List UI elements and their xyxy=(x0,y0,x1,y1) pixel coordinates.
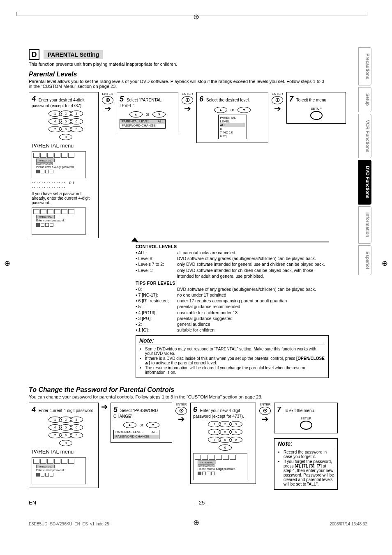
numpad-icon: 123 456 789 0 xyxy=(32,111,96,140)
step-5b: 5 Select “PASSWORD CHANGE”. ▲ or ▼ PAREN… xyxy=(111,403,172,443)
down-button-icon: ▼ xyxy=(152,111,166,117)
menu-password-change: PARENTAL LEVELALL PASSWORD CHANGE xyxy=(113,430,159,439)
section-letter: D xyxy=(29,49,39,60)
register-mark-left: ⊕ xyxy=(4,259,10,268)
eject-icon xyxy=(145,362,149,365)
down-button-icon: ▼ xyxy=(238,107,251,113)
crop-mark-top xyxy=(16,16,367,20)
change-password-intro: You can change your password for parenta… xyxy=(29,394,325,399)
tips-list: • 8:DVD software of any grades (adult/ge… xyxy=(136,286,329,333)
change-password-section: To Change the Password for Parental Cont… xyxy=(29,386,376,490)
numpad-icon: 123 456 789 0 xyxy=(32,417,96,446)
arrow-6-7b: ENTER ⦿ ➔ xyxy=(259,403,271,423)
note-b-item: If you forget the password, press [4], [… xyxy=(284,459,334,486)
step-6a: 6 Select the desired level. ▲ or ▼ PAREN… xyxy=(196,92,268,143)
register-mark-right: ⊕ xyxy=(382,259,388,268)
footer-lang: EN xyxy=(29,500,36,506)
setup-button-icon xyxy=(300,421,312,430)
tips-heading: TIPS FOR LEVELS xyxy=(136,281,329,286)
note-a-item: If there is a DVD disc inside of this un… xyxy=(145,356,325,365)
section-header: D PARENTAL Setting xyxy=(29,49,376,60)
up-button-icon: ▲ xyxy=(214,107,227,113)
setup-button-icon xyxy=(310,111,323,120)
imprint-timestamp: 2008/07/14 16:48:32 xyxy=(330,522,367,526)
enter-button-icon: ⦿ xyxy=(102,96,113,104)
note-b-item: Record the password in case you forget i… xyxy=(284,450,334,459)
section-intro: This function prevents unit from playing… xyxy=(29,62,316,67)
control-levels-section: CONTROL LEVELS • ALL:all parental locks … xyxy=(136,242,329,378)
arrow-4-5b: ➔ xyxy=(102,403,107,411)
enter-button-icon: ⦿ xyxy=(272,96,283,104)
control-levels-list: • ALL:all parental locks are canceled. •… xyxy=(136,250,329,279)
osd-password-3: PARENTAL Enter current password. xyxy=(32,457,86,484)
page: ⊕ ⊕ ⊕ Precautions Setup VCR Functions DV… xyxy=(0,0,392,555)
step-4a-alt-text: If you have set a password already, ente… xyxy=(32,191,96,205)
step-4b: 4 Enter current 4-digit password. 123 45… xyxy=(29,403,99,488)
enter-button-icon: ⦿ xyxy=(182,96,193,104)
or-divider: ·············· or ·············· xyxy=(32,180,106,190)
control-levels-heading: CONTROL LEVELS xyxy=(136,244,329,249)
page-footer: EN – 25 – xyxy=(29,500,367,506)
arrow-5-6b: ENTER ⦿ ➔ xyxy=(175,403,187,423)
step-4a: 4 Enter your desired 4-digit password (e… xyxy=(29,92,99,238)
note-box-a: Note: Some DVD-video may not respond to … xyxy=(136,335,329,378)
step-7b-column: 7 To exit the menu SETUP Note: Record th… xyxy=(274,403,338,490)
note-a-item: The resume information will be cleared i… xyxy=(145,366,325,375)
note-heading-a: Note: xyxy=(139,337,325,345)
down-button-icon: ▼ xyxy=(146,422,159,428)
menu-parental-level: PARENTAL LEVELALL PASSWORD CHANGE xyxy=(120,119,166,129)
change-password-heading: To Change the Password for Parental Cont… xyxy=(29,386,376,394)
up-button-icon: ▲ xyxy=(129,111,143,117)
footer-page-number: – 25 – xyxy=(194,500,209,506)
osd-password-1: PARENTAL PASSWORD Please enter a 4-digit… xyxy=(32,151,86,178)
step-7a: 7 To exit the menu SETUP xyxy=(286,92,346,124)
parental-levels-heading: Parental Levels xyxy=(29,71,376,78)
content-area: D PARENTAL Setting This function prevent… xyxy=(29,49,376,490)
steps-row-b: 4 Enter current 4-digit password. 123 45… xyxy=(29,403,376,490)
step-5a: 5 Select “PARENTAL LEVEL”. ▲ or ▼ PARENT… xyxy=(117,92,178,132)
imprint-file: E8EB5UD_SD-V296KU_EN_ES_v1.indd 25 xyxy=(29,522,109,526)
parental-menu-label-a: PARENTAL menu xyxy=(32,143,96,149)
steps-row-a: 4 Enter your desired 4-digit password (e… xyxy=(29,92,376,238)
arrow-6-7a: ENTER ⦿ ➔ xyxy=(272,92,283,113)
note-heading-b: Note: xyxy=(278,440,334,448)
osd-password-4: PARENTAL PASSWORD Please enter a 4-digit… xyxy=(193,453,247,480)
step-4a-num: 4 xyxy=(32,95,36,103)
enter-button-icon: ⦿ xyxy=(259,407,271,415)
section-title: PARENTAL Setting xyxy=(44,50,103,59)
step-4a-text: Enter your desired 4-digit password (exc… xyxy=(32,98,85,108)
arrow-5-6a: ENTER ⦿ ➔ xyxy=(182,92,193,113)
numpad-icon: 123 456 789 0 xyxy=(193,421,253,451)
parental-level-list: PARENTAL LEVEL ALL 8 7 [NC-17] 6 [R] xyxy=(218,115,247,139)
step-6b: 6 Enter your new 4-digit password (excep… xyxy=(190,403,256,484)
arrow-4-5a: ENTER ⦿ ➔ xyxy=(102,92,113,113)
step-7b: 7 To exit the menu SETUP xyxy=(274,403,338,433)
note-a-item: Some DVD-video may not respond to “PAREN… xyxy=(145,347,325,356)
imprint-line: E8EB5UD_SD-V296KU_EN_ES_v1.indd 25 2008/… xyxy=(29,522,367,526)
note-box-b: Note: Record the password in case you fo… xyxy=(274,438,338,490)
osd-password-2: PARENTAL Enter current password. xyxy=(32,207,86,235)
enter-button-icon: ⦿ xyxy=(175,407,187,415)
parental-levels-intro: Parental level allows you to set the rat… xyxy=(29,79,325,89)
parental-menu-label-b: PARENTAL menu xyxy=(32,449,96,455)
up-button-icon: ▲ xyxy=(123,422,136,428)
